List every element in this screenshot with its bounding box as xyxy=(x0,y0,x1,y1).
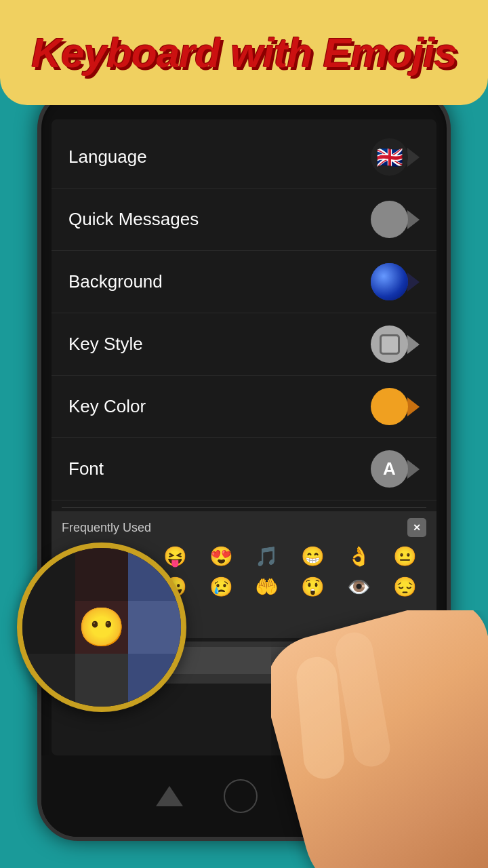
font-icon-wrapper: A xyxy=(371,450,420,488)
settings-item-key-style[interactable]: Key Style xyxy=(52,313,436,376)
back-button[interactable] xyxy=(156,786,183,806)
emoji-cell[interactable]: 😔 xyxy=(383,573,426,601)
emoji-cell[interactable]: 😲 xyxy=(291,573,335,601)
language-flag-icon: 🇬🇧 xyxy=(371,138,408,176)
settings-item-quick-messages[interactable]: Quick Messages xyxy=(52,189,436,251)
emoji-cell[interactable] xyxy=(199,604,243,631)
emoji-cell[interactable]: 😁 xyxy=(291,542,335,570)
mag-cell-6 xyxy=(128,601,181,654)
top-banner: Keyboard with Emojis xyxy=(0,0,488,105)
home-button[interactable] xyxy=(224,779,258,813)
emoji-cell[interactable]: 😍 xyxy=(199,542,243,570)
key-color-circle-icon xyxy=(371,388,408,425)
language-arrow-icon xyxy=(407,148,420,167)
settings-label-quick-messages: Quick Messages xyxy=(68,209,199,230)
emoji-cell[interactable]: 👁️ xyxy=(338,573,381,601)
finger-highlight-1 xyxy=(295,655,346,781)
key-style-icon-wrapper xyxy=(371,326,420,363)
power-button xyxy=(448,214,451,255)
key-style-arrow-icon xyxy=(407,335,420,354)
mag-cell-4 xyxy=(22,601,75,654)
settings-label-background: Background xyxy=(68,271,163,292)
quick-messages-arrow-icon xyxy=(407,210,420,229)
background-icon-wrapper xyxy=(371,263,420,300)
quick-messages-icon-wrapper xyxy=(371,201,420,238)
settings-item-language[interactable]: Language 🇬🇧 xyxy=(52,126,436,189)
mag-cell-8 xyxy=(75,654,128,707)
emoji-cell[interactable]: 😐 xyxy=(383,542,426,570)
mag-emoji-cell: 😶 xyxy=(75,601,128,654)
settings-label-language: Language xyxy=(68,146,147,167)
emoji-section-title: Frequently Used xyxy=(62,521,151,535)
hand-shape xyxy=(271,610,488,868)
settings-label-font: Font xyxy=(68,458,104,479)
settings-item-background[interactable]: Background xyxy=(52,251,436,313)
mag-cell-2 xyxy=(75,548,128,601)
key-style-circle-icon xyxy=(371,326,408,363)
quick-messages-circle-icon xyxy=(371,201,408,238)
emoji-cell[interactable]: 🤲 xyxy=(245,573,289,601)
settings-label-key-style: Key Style xyxy=(68,334,143,355)
settings-label-key-color: Key Color xyxy=(68,396,146,417)
settings-list: Language 🇬🇧 Quick Messages Backgrou xyxy=(52,119,436,507)
volume-left-button xyxy=(37,228,40,282)
background-circle-icon xyxy=(371,263,408,300)
section-divider xyxy=(62,507,426,508)
emoji-cell[interactable]: 😢 xyxy=(199,573,243,601)
font-arrow-icon xyxy=(407,460,420,479)
key-color-icon-wrapper xyxy=(371,388,420,425)
language-icon-wrapper: 🇬🇧 xyxy=(371,138,420,176)
emoji-cell[interactable]: 🎵 xyxy=(245,542,289,570)
banner-title: Keyboard with Emojis xyxy=(18,25,470,81)
settings-item-key-color[interactable]: Key Color xyxy=(52,376,436,438)
volume-button xyxy=(448,275,451,316)
magnifier-overlay: 😶 xyxy=(17,542,186,712)
key-color-arrow-icon xyxy=(407,397,420,416)
emoji-cell[interactable]: 👌 xyxy=(338,542,381,570)
font-circle-icon: A xyxy=(371,450,408,488)
hand-overlay xyxy=(271,610,488,868)
emoji-header: Frequently Used ✕ xyxy=(62,518,426,537)
background-arrow-icon xyxy=(407,273,420,292)
emoji-close-button[interactable]: ✕ xyxy=(407,518,426,537)
settings-item-font[interactable]: Font A xyxy=(52,438,436,500)
